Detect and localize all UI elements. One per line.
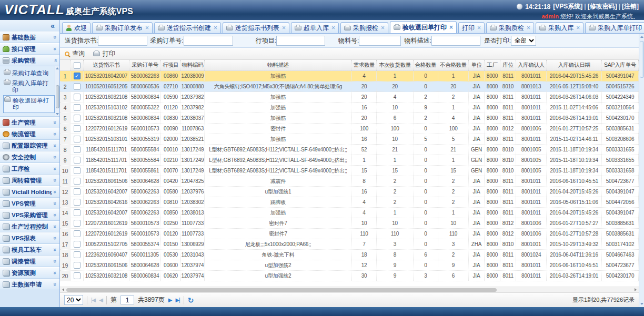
prev-page-button[interactable]: ◀ xyxy=(99,297,103,303)
row-checkbox[interactable] xyxy=(74,230,80,237)
tab-验收退回单打印[interactable]: 验收退回单打印× xyxy=(390,21,457,33)
horizontal-scroll-thumb[interactable] xyxy=(66,288,497,292)
column-header-库位[interactable]: 库位 xyxy=(500,60,516,70)
row-checkbox[interactable] xyxy=(74,241,80,248)
row-checkbox[interactable] xyxy=(74,178,80,185)
sidebar-group-VPS采购管理[interactable]: VPS采购管理» xyxy=(0,209,59,221)
sidebar-group-接口管理[interactable]: 接口管理» xyxy=(0,43,59,55)
close-icon[interactable]: × xyxy=(527,24,530,32)
sidebar-group-生产过程控制[interactable]: 生产过程控制» xyxy=(0,221,59,232)
page-number-input[interactable] xyxy=(120,295,134,304)
vertical-scrollbar[interactable] xyxy=(639,34,644,307)
row-checkbox[interactable] xyxy=(74,157,80,164)
row-checkbox[interactable] xyxy=(74,83,80,90)
tab-采购入库单打印[interactable]: 采购入库单打印× xyxy=(585,22,644,33)
tab-采购入库[interactable]: 采购入库× xyxy=(536,22,583,33)
table-row[interactable]: 1710052201510270558000553740015013006929… xyxy=(60,239,639,250)
row-checkbox[interactable] xyxy=(74,136,80,142)
tab-打印[interactable]: 打印× xyxy=(458,22,485,33)
close-icon[interactable]: × xyxy=(282,24,286,32)
table-row[interactable]: 510253201603210858000608340083012038037加… xyxy=(60,113,639,124)
close-icon[interactable]: × xyxy=(331,24,335,32)
last-page-button[interactable]: ▶| xyxy=(175,297,179,303)
header-link[interactable]: [VPS系统] xyxy=(553,3,582,10)
tab-采购质检[interactable]: 采购质检× xyxy=(486,22,534,33)
sidebar-group-工序检[interactable]: 工序检» xyxy=(0,163,59,175)
table-row[interactable]: 310253201603210858000608340059012037982加… xyxy=(60,92,639,103)
table-row[interactable]: 811854201511170158000555840001013017249L… xyxy=(60,145,639,155)
sidebar-group-模具工装车[interactable]: 模具工装车» xyxy=(0,244,59,256)
scroll-down-button[interactable] xyxy=(639,301,644,307)
submenu-scroll-track[interactable] xyxy=(55,70,59,112)
header-link[interactable]: [注销] xyxy=(622,3,639,10)
submenu-scroll-thumb[interactable] xyxy=(56,85,59,108)
sidebar-group-生产管理[interactable]: 生产管理» xyxy=(0,117,59,128)
horizontal-scrollbar[interactable] xyxy=(60,287,639,292)
sidebar-group-配置跟踪管理[interactable]: 配置跟踪管理» xyxy=(0,140,59,151)
close-icon[interactable]: × xyxy=(381,24,385,32)
sidebar-item-采购订单查询[interactable]: 采购订单查询 xyxy=(3,68,55,78)
sidebar-group-安全控制[interactable]: 安全控制» xyxy=(0,151,59,163)
scroll-down-icon[interactable] xyxy=(56,113,59,115)
row-checkbox[interactable] xyxy=(74,146,80,153)
print-status-select[interactable]: 全部 xyxy=(511,36,536,46)
table-row[interactable]: 1011854201511170158000558610007013017249… xyxy=(60,166,639,176)
header-link[interactable]: [修改密码] xyxy=(588,3,617,10)
material-number-input[interactable] xyxy=(359,36,401,46)
row-checkbox[interactable] xyxy=(74,115,80,121)
sidebar-group-采购管理[interactable]: 采购管理» xyxy=(0,55,59,66)
row-checkbox[interactable] xyxy=(74,262,80,269)
tab-送货指示书列表[interactable]: 送货指示书列表× xyxy=(223,22,289,33)
submenu-scrollbar[interactable] xyxy=(55,66,59,116)
scroll-up-button[interactable] xyxy=(639,34,644,40)
column-header-不合格数量[interactable]: 不合格数量 xyxy=(438,60,469,70)
vertical-scroll-thumb[interactable] xyxy=(640,41,644,78)
next-page-button[interactable]: ▶ xyxy=(168,297,172,303)
column-header-物料描述[interactable]: 物料描述 xyxy=(205,60,352,70)
row-checkbox[interactable] xyxy=(74,220,80,227)
refresh-button[interactable]: ↻ xyxy=(188,296,194,304)
scroll-left-button[interactable] xyxy=(60,288,66,291)
column-header-工厂[interactable]: 工厂 xyxy=(485,60,500,70)
row-checkbox[interactable] xyxy=(74,104,80,111)
tab-采购报检[interactable]: 采购报检× xyxy=(340,22,388,33)
table-row[interactable]: 612207201601261956000105730009011007863密… xyxy=(60,124,639,134)
column-header-本次收货数量[interactable]: 本次收货数量 xyxy=(377,60,414,70)
table-row[interactable]: 410253201510310258000553220112012037982加… xyxy=(60,103,639,113)
table-row[interactable]: 1812236201606040756000113050053012031043… xyxy=(60,250,639,260)
row-checkbox[interactable] xyxy=(74,188,80,195)
scroll-up-icon[interactable] xyxy=(56,67,59,69)
table-row[interactable]: 1110253201606150658000646280042012047825… xyxy=(60,176,639,187)
table-row[interactable]: 1✓10253201604200758000622630086012038009… xyxy=(60,71,639,81)
row-checkbox[interactable] xyxy=(74,209,80,216)
sidebar-item-验收退回单打印[interactable]: 验收退回单打印 xyxy=(3,95,55,113)
close-icon[interactable]: × xyxy=(214,24,217,32)
sidebar-group-物流管理[interactable]: 物流管理» xyxy=(0,128,59,140)
tab-超单入库[interactable]: 超单入库× xyxy=(291,22,339,33)
query-button[interactable]: 查询 xyxy=(65,49,85,58)
page-size-select[interactable]: 20 xyxy=(64,295,83,305)
table-row[interactable]: 210105201605120558000605360271013000880六… xyxy=(60,81,639,92)
sidebar-group-资源预测[interactable]: 资源预测» xyxy=(0,267,59,279)
print-button[interactable]: 打印 xyxy=(93,49,115,58)
tab-采购订单发布[interactable]: 采购订单发布× xyxy=(92,22,153,33)
tab-送货指示书创建[interactable]: 送货指示书创建× xyxy=(154,22,221,33)
line-item-input[interactable] xyxy=(276,36,325,46)
table-row[interactable]: 1210253201604200758000622630058012037976… xyxy=(60,187,639,197)
column-header-入库确认日期[interactable]: 入库确认日期 xyxy=(547,60,602,70)
column-header-合格数量[interactable]: 合格数量 xyxy=(414,60,438,70)
row-checkbox[interactable] xyxy=(74,125,80,132)
column-header-入库确认人[interactable]: 入库确认人 xyxy=(516,60,547,70)
sidebar-group-调漆管理[interactable]: 调漆管理» xyxy=(0,256,59,267)
select-all-checkbox[interactable] xyxy=(74,62,80,69)
vertical-scroll-track[interactable] xyxy=(639,40,644,301)
close-icon[interactable]: × xyxy=(449,24,453,31)
scroll-right-button[interactable] xyxy=(632,288,639,291)
row-checkbox[interactable] xyxy=(74,272,80,279)
table-row[interactable]: 2010253201603210858000608340062012037974… xyxy=(60,271,639,281)
row-checkbox[interactable] xyxy=(74,199,80,206)
table-row[interactable]: 1612207201601261956000105730012011007733… xyxy=(60,229,639,239)
sidebar-collapse-icon[interactable]: « xyxy=(51,22,55,30)
row-checkbox[interactable] xyxy=(74,94,80,100)
table-row[interactable]: 710253201510310158000553190200012038521加… xyxy=(60,134,639,145)
